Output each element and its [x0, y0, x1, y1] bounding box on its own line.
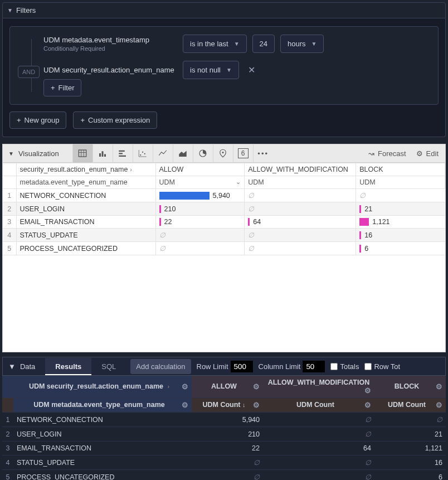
cell: 21	[356, 202, 445, 216]
cell-value: ∅	[263, 413, 374, 427]
bar	[159, 218, 161, 226]
scatter-chart-icon[interactable]	[133, 144, 153, 163]
forecast-button[interactable]: ↝Forecast	[368, 149, 406, 158]
cell-value: ∅	[192, 470, 263, 481]
measure-header[interactable]: UDM Count⚙	[374, 398, 446, 413]
measure-header[interactable]: UDM	[245, 176, 356, 189]
row-label: NETWORK_CONNECTION	[13, 413, 192, 427]
measure-header[interactable]: UDM⌄	[155, 176, 245, 189]
pivot-block[interactable]: BLOCK	[356, 163, 445, 176]
cell-value: 22	[164, 218, 172, 226]
filters-body: AND UDM metadata.event_timestampConditio…	[2, 18, 446, 137]
filter-unit-select[interactable]: hours▼	[280, 35, 324, 53]
chevron-down-icon: ▼	[226, 67, 232, 73]
row-totals-checkbox[interactable]: Row Tot	[364, 362, 400, 371]
add-filter-label: Filter	[59, 84, 75, 92]
gear-icon[interactable]: ⚙	[364, 401, 371, 409]
gear-icon[interactable]: ⚙	[436, 401, 442, 409]
svg-point-17	[222, 152, 224, 153]
bar	[159, 192, 210, 200]
area-chart-icon[interactable]	[173, 144, 193, 163]
col-limit-input[interactable]	[303, 361, 325, 372]
cell: ∅	[155, 229, 245, 242]
cell-value: 22	[192, 442, 263, 455]
visualization-toggle[interactable]: ▼ Visualization	[3, 149, 65, 158]
bar	[359, 245, 361, 253]
svg-rect-8	[119, 153, 123, 154]
settings-icon: ⚙	[416, 149, 423, 158]
table-row: 1NETWORK_CONNECTION5,940∅∅	[3, 189, 445, 202]
dim-sub-header[interactable]: UDM metadata.event_type_enum_name⚙	[13, 398, 192, 413]
filter-field-sub: Conditionally Required	[43, 45, 177, 52]
forecast-label: Forecast	[378, 149, 406, 158]
pivot-header-block[interactable]: BLOCK⚙	[374, 376, 446, 398]
line-chart-icon[interactable]	[153, 144, 173, 163]
cell: ∅	[245, 189, 356, 202]
row-label: USER_LOGIN	[16, 202, 155, 216]
filter-operator-select[interactable]: is in the last▼	[183, 35, 247, 53]
measure-header[interactable]: UDM Count⚙	[263, 398, 374, 413]
measure-header[interactable]: UDM	[356, 176, 445, 189]
row-label: USER_LOGIN	[13, 427, 192, 442]
forecast-icon: ↝	[368, 149, 374, 158]
custom-expr-label: Custom expression	[88, 116, 150, 124]
row-number: 4	[3, 229, 16, 242]
add-calculation-button[interactable]: Add calculation	[130, 359, 191, 374]
table-row: 2USER_LOGIN210∅21	[2, 427, 446, 442]
and-badge: AND	[18, 66, 40, 78]
plus-icon: +	[51, 84, 55, 92]
filter-operator-select[interactable]: is not null▼	[183, 61, 239, 79]
filter-field-name: UDM security_result.action_enum_name	[43, 66, 177, 74]
more-charts-icon[interactable]: •••	[253, 144, 273, 163]
pivot-field-header: security_result.action_enum_name	[20, 166, 128, 173]
svg-marker-15	[179, 151, 187, 157]
gear-icon[interactable]: ⚙	[436, 382, 442, 391]
table-chart-icon[interactable]	[72, 144, 92, 163]
pivot-header-allow[interactable]: ALLOW⚙	[192, 376, 263, 398]
gear-icon[interactable]: ⚙	[364, 386, 371, 395]
add-filter-button[interactable]: + Filter	[43, 79, 81, 96]
chevron-down-icon: ▼	[234, 41, 240, 47]
data-toggle[interactable]: ▼ Data	[3, 362, 41, 371]
edit-viz-button[interactable]: ⚙Edit	[416, 149, 439, 158]
null-value: ∅	[159, 245, 165, 253]
remove-filter-icon[interactable]: ✕	[245, 65, 259, 75]
bar-chart-icon[interactable]	[113, 144, 133, 163]
filters-toggle[interactable]: ▼ Filters	[2, 2, 446, 18]
filter-value-input[interactable]: 24	[252, 35, 275, 53]
gear-icon[interactable]: ⚙	[253, 382, 260, 391]
gear-icon[interactable]: ⚙	[253, 401, 260, 409]
table-row: 5PROCESS_UNCATEGORIZED∅∅6	[3, 242, 445, 255]
tab-sql[interactable]: SQL	[91, 358, 126, 375]
measure-header[interactable]: UDM Count ↓⚙	[192, 398, 263, 413]
cell-value: ∅	[374, 413, 446, 427]
map-chart-icon[interactable]	[213, 144, 233, 163]
svg-rect-4	[99, 153, 101, 157]
cell-value: 210	[164, 205, 176, 213]
gear-icon[interactable]: ⚙	[182, 401, 188, 409]
totals-checkbox[interactable]: Totals	[330, 362, 359, 371]
new-group-button[interactable]: + New group	[9, 111, 66, 129]
cell: 64	[245, 216, 356, 229]
custom-expression-button[interactable]: + Custom expression	[73, 111, 157, 129]
tab-results[interactable]: Results	[45, 358, 91, 375]
row-limit-input[interactable]	[231, 361, 253, 372]
plus-icon: +	[17, 116, 21, 124]
filter-group: AND UDM metadata.event_timestampConditio…	[9, 26, 439, 105]
svg-rect-5	[102, 151, 104, 157]
row-number: 2	[2, 427, 13, 442]
cell: ∅	[245, 229, 356, 242]
single-value-icon[interactable]: 6	[233, 144, 253, 163]
pie-chart-icon[interactable]	[193, 144, 213, 163]
table-row: 4STATUS_UPDATE∅∅16	[2, 455, 446, 470]
pivot-allow[interactable]: ALLOW	[155, 163, 245, 176]
svg-rect-7	[119, 151, 125, 152]
null-value: ∅	[248, 205, 254, 213]
pivot-allow-mod[interactable]: ALLOW_WITH_MODIFICATION	[245, 163, 356, 176]
column-chart-icon[interactable]	[92, 144, 113, 163]
pivot-header-allowmod[interactable]: ALLOW_WITH_MODIFICATION⚙	[263, 376, 374, 398]
gear-icon[interactable]: ⚙	[182, 382, 188, 391]
col-limit-label: Column Limit	[259, 362, 301, 371]
null-value: ∅	[248, 231, 254, 239]
dim-pivot-header[interactable]: UDM security_result.action_enum_name ›⚙	[13, 376, 192, 398]
